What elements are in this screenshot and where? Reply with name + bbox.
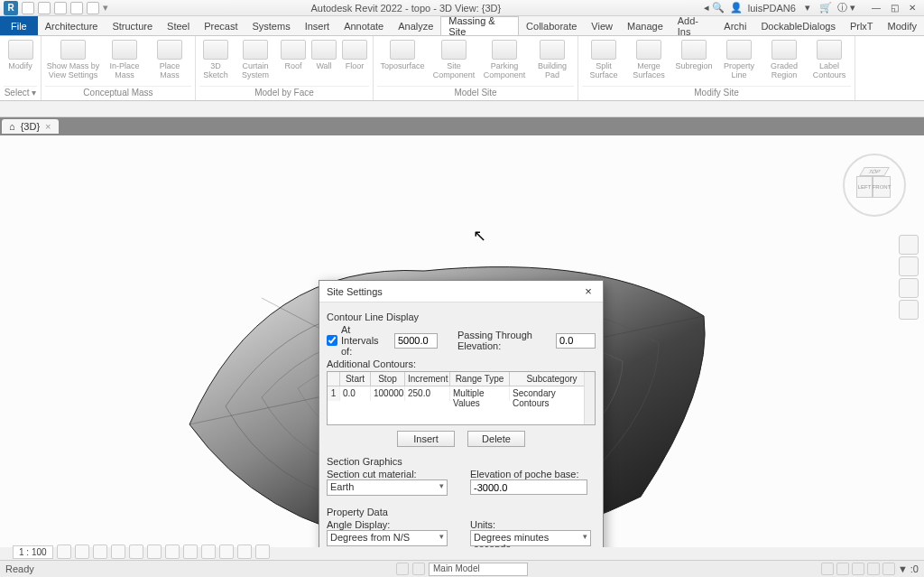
select-face-icon[interactable] [867, 563, 880, 575]
revit-logo-icon[interactable]: R [4, 1, 18, 15]
analytical-icon[interactable] [237, 544, 252, 559]
filter-icon[interactable]: ▼ [898, 563, 908, 574]
building-pad-button[interactable]: Building Pad [531, 38, 574, 81]
shadows-icon[interactable] [111, 544, 125, 559]
reveal-hidden-icon[interactable] [219, 544, 234, 559]
navbar-zoom-icon[interactable] [899, 278, 919, 298]
at-intervals-checkbox[interactable] [327, 335, 337, 346]
tab-architecture[interactable]: Architecture [38, 16, 106, 35]
viewcube-front[interactable]: FRONT [873, 176, 891, 198]
tab-precast[interactable]: Precast [197, 16, 245, 35]
select-underlay-icon[interactable] [836, 563, 849, 575]
crop-view-icon[interactable] [147, 544, 162, 559]
qat-open-icon[interactable] [22, 2, 34, 14]
signin-icon[interactable]: 👤 [730, 2, 743, 14]
select-dropdown[interactable]: Select ▾ [4, 86, 37, 98]
sun-path-icon[interactable] [93, 544, 107, 559]
tab-addins[interactable]: Add-Ins [670, 16, 717, 35]
tab-structure[interactable]: Structure [105, 16, 160, 35]
minimize-button[interactable]: — [868, 2, 884, 14]
tab-collaborate[interactable]: Collaborate [519, 16, 584, 35]
dialog-close-icon[interactable]: × [581, 284, 596, 299]
units-select[interactable]: Degrees minutes seconds [470, 530, 591, 546]
col-stop[interactable]: Stop [371, 372, 405, 386]
col-increment[interactable]: Increment [405, 372, 450, 386]
at-intervals-input[interactable] [394, 333, 438, 349]
site-component-button[interactable]: Site Component [430, 38, 478, 81]
close-button[interactable]: ✕ [904, 2, 920, 14]
help-icon[interactable]: ⓘ ▾ [837, 1, 855, 14]
table-scrollbar[interactable] [584, 372, 595, 424]
merge-surfaces-button[interactable]: Merge Surfaces [627, 38, 670, 81]
tab-dockabledialogs[interactable]: DockableDialogs [753, 16, 843, 35]
crop-region-icon[interactable] [165, 544, 180, 559]
tab-steel[interactable]: Steel [160, 16, 197, 35]
detail-level-icon[interactable] [57, 544, 71, 559]
navbar-pan-icon[interactable] [899, 256, 919, 276]
view-cube[interactable]: TOP LEFT FRONT [843, 154, 906, 217]
visual-style-icon[interactable] [75, 544, 89, 559]
navbar-orbit-icon[interactable] [899, 300, 919, 320]
tab-view[interactable]: View [584, 16, 620, 35]
split-surface-button[interactable]: Split Surface [582, 38, 625, 81]
cut-material-select[interactable]: Earth [327, 479, 448, 496]
navbar-wheel-icon[interactable] [899, 235, 919, 255]
curtain-system-button[interactable]: Curtain System [234, 38, 277, 81]
workset-selector[interactable]: Main Model [429, 563, 528, 576]
select-pinned-icon[interactable] [852, 563, 864, 575]
place-mass-button[interactable]: Place Mass [148, 38, 191, 81]
qat-print-icon[interactable] [87, 2, 99, 14]
reveal-constraints-icon[interactable] [255, 544, 270, 559]
rendering-icon[interactable] [129, 544, 143, 559]
col-start[interactable]: Start [340, 372, 371, 386]
col-range-type[interactable]: Range Type [450, 372, 510, 386]
doc-tab-close-icon[interactable]: × [45, 121, 51, 132]
select-links-icon[interactable] [821, 563, 834, 575]
passing-input[interactable] [556, 333, 596, 349]
tab-prlxt[interactable]: PrlxT [843, 16, 881, 35]
show-mass-button[interactable]: Show Mass by View Settings [45, 38, 101, 81]
tab-archi[interactable]: Archi [716, 16, 753, 35]
tab-manage[interactable]: Manage [620, 16, 670, 35]
property-line-button[interactable]: Property Line [717, 38, 761, 81]
tab-annotate[interactable]: Annotate [337, 16, 391, 35]
search-icon[interactable]: ◂ 🔍 [704, 2, 725, 14]
tab-insert[interactable]: Insert [298, 16, 337, 35]
table-row[interactable]: 1 0.0 100000 250.0 Multiple Values Secon… [328, 386, 595, 401]
floor-button[interactable]: Floor [340, 38, 369, 72]
scale-selector[interactable]: 1 : 100 [13, 545, 53, 559]
modify-button[interactable]: Modify [4, 38, 37, 72]
insert-button[interactable]: Insert [397, 431, 455, 447]
tab-modify[interactable]: Modify [881, 16, 924, 35]
angle-display-select[interactable]: Degrees from N/S [327, 530, 448, 546]
tab-systems[interactable]: Systems [245, 16, 297, 35]
qat-save-icon[interactable] [38, 2, 51, 14]
col-subcategory[interactable]: Subcategory [510, 372, 595, 386]
delete-button[interactable]: Delete [467, 431, 525, 447]
poche-input[interactable] [470, 479, 587, 495]
qat-undo-icon[interactable] [54, 2, 67, 14]
subregion-button[interactable]: Subregion [672, 38, 716, 72]
user-name[interactable]: luisPDAN6 [748, 3, 796, 14]
tab-massing-site[interactable]: Massing & Site [440, 16, 519, 35]
3d-sketch-button[interactable]: 3D Sketch [199, 38, 232, 81]
document-tab[interactable]: ⌂ {3D} × [2, 119, 59, 134]
view-canvas[interactable]: TOP LEFT FRONT ↖ Site Settings × Contour… [0, 135, 924, 547]
wall-button[interactable]: Wall [310, 38, 338, 72]
tab-analyze[interactable]: Analyze [391, 16, 440, 35]
roof-button[interactable]: Roof [279, 38, 308, 72]
label-contours-button[interactable]: Label Contours [808, 38, 851, 81]
additional-contours-table[interactable]: Start Stop Increment Range Type Subcateg… [327, 371, 596, 425]
lock-3d-icon[interactable] [183, 544, 198, 559]
qat-redo-icon[interactable] [70, 2, 83, 14]
workset-icon[interactable] [396, 563, 409, 575]
appstore-icon[interactable]: 🛒 [819, 2, 832, 14]
temp-hide-icon[interactable] [201, 544, 216, 559]
toposurface-button[interactable]: Toposurface [377, 38, 428, 72]
parking-component-button[interactable]: Parking Component [480, 38, 529, 81]
viewcube-left[interactable]: LEFT [856, 176, 873, 198]
inplace-mass-button[interactable]: In-Place Mass [103, 38, 146, 81]
editreq-icon[interactable] [412, 563, 425, 575]
panel-model-site[interactable]: Model Site [377, 86, 574, 98]
graded-region-button[interactable]: Graded Region [762, 38, 806, 81]
